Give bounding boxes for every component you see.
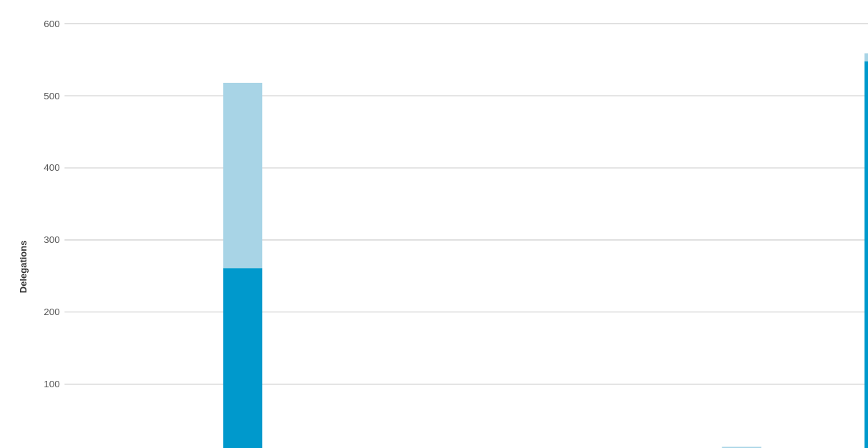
chart-inner: 0100200300400500600JanFebMarAprMayJunJul…: [29, 14, 868, 448]
svg-text:100: 100: [44, 379, 59, 389]
svg-rect-45: [864, 61, 868, 448]
svg-rect-21: [223, 83, 262, 268]
svg-text:200: 200: [44, 307, 59, 317]
svg-rect-46: [864, 54, 868, 61]
svg-text:400: 400: [44, 162, 59, 173]
chart-svg: 0100200300400500600JanFebMarAprMayJunJul…: [29, 14, 868, 448]
chart-container: Delegations 0100200300400500600JanFebMar…: [0, 0, 868, 448]
svg-text:600: 600: [44, 19, 59, 29]
y-axis-label: Delegations: [14, 14, 29, 448]
grid-and-bars: 0100200300400500600JanFebMarAprMayJunJul…: [29, 14, 868, 448]
svg-text:500: 500: [44, 91, 59, 101]
chart-area: Delegations 0100200300400500600JanFebMar…: [14, 14, 847, 448]
svg-rect-20: [223, 268, 262, 448]
svg-text:300: 300: [44, 234, 59, 245]
